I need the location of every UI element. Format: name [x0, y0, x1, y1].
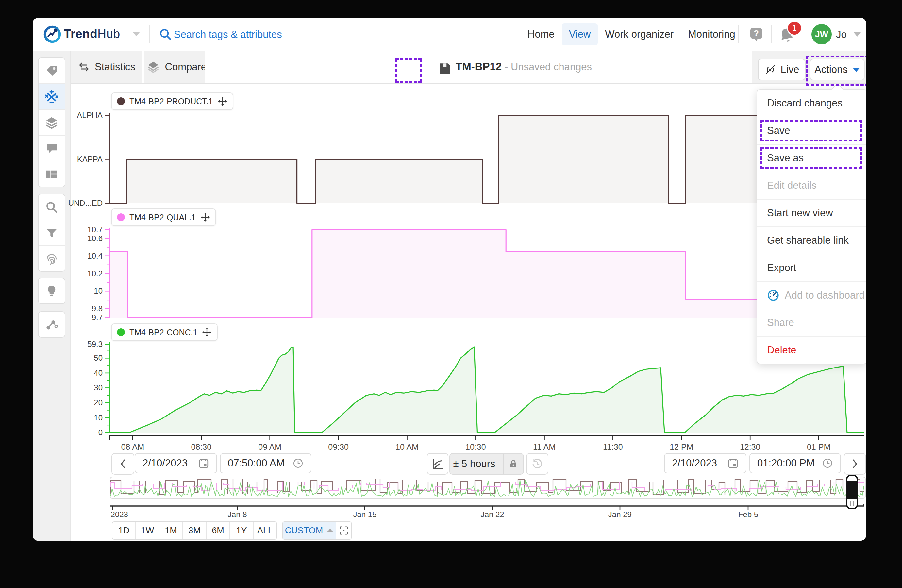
menu-item-discard-changes[interactable]: Discard changes: [757, 90, 866, 117]
svg-text:40: 40: [94, 369, 103, 377]
svg-text:KAPPA: KAPPA: [77, 155, 103, 164]
svg-text:08:30: 08:30: [191, 442, 212, 452]
svg-text:10 AM: 10 AM: [395, 442, 419, 452]
context-minimap[interactable]: [110, 477, 866, 499]
menu-item-label: Add to dashboard: [785, 289, 865, 301]
menu-item-get-shareable-link[interactable]: Get shareable link: [757, 227, 866, 254]
menu-item-start-new-view[interactable]: Start new view: [757, 199, 866, 227]
svg-text:9.7: 9.7: [92, 313, 103, 322]
svg-text:09:30: 09:30: [328, 442, 349, 452]
svg-text:ALPHA: ALPHA: [77, 111, 103, 120]
menu-item-label: Save as: [767, 152, 803, 164]
svg-text:10.6: 10.6: [87, 234, 103, 243]
svg-text:0: 0: [99, 428, 103, 437]
legend-chip-product[interactable]: TM4-BP2-PRODUCT.1: [111, 92, 233, 110]
svg-text:08 AM: 08 AM: [121, 442, 144, 452]
series-color-dot: [117, 213, 125, 221]
svg-text:50: 50: [94, 353, 103, 362]
move-icon[interactable]: [202, 327, 212, 337]
svg-text:10:30: 10:30: [465, 442, 486, 452]
menu-item-delete[interactable]: Delete: [757, 336, 866, 364]
series-name: TM4-BP2-CONC.1: [129, 328, 197, 337]
menu-item-label: Start new view: [767, 207, 833, 219]
menu-item-share[interactable]: Share: [757, 309, 866, 336]
menu-item-label: Delete: [767, 344, 796, 356]
menu-item-add-to-dashboard[interactable]: Add to dashboard: [757, 281, 866, 309]
svg-text:10: 10: [94, 286, 103, 295]
svg-text:01 PM: 01 PM: [807, 442, 830, 452]
svg-text:12 PM: 12 PM: [670, 442, 693, 452]
menu-item-label: Edit details: [767, 180, 817, 191]
svg-text:9.8: 9.8: [92, 304, 103, 313]
svg-text:12:30: 12:30: [740, 442, 761, 452]
series-color-dot: [117, 97, 125, 105]
svg-text:10.4: 10.4: [87, 252, 103, 260]
gauge-icon: [767, 289, 780, 302]
menu-item-save[interactable]: Save: [757, 117, 866, 144]
svg-text:10: 10: [94, 413, 103, 422]
app-window: TrendHub Search tags & attributes HomeVi…: [33, 18, 866, 541]
legend-chip-qual[interactable]: TM4-BP2-QUAL.1: [111, 208, 216, 226]
menu-item-label: Discard changes: [767, 97, 842, 109]
menu-item-label: Get shareable link: [767, 235, 849, 246]
svg-text:11:30: 11:30: [603, 442, 623, 452]
menu-item-save-as[interactable]: Save as: [757, 144, 866, 172]
move-icon[interactable]: [218, 96, 227, 106]
svg-text:09 AM: 09 AM: [258, 442, 281, 452]
series-name: TM4-BP2-PRODUCT.1: [129, 97, 213, 106]
svg-text:UND...ED: UND...ED: [68, 199, 103, 208]
menu-item-label: Save: [767, 125, 790, 136]
menu-item-edit-details[interactable]: Edit details: [757, 172, 866, 199]
menu-item-export[interactable]: Export: [757, 254, 866, 281]
series-name: TM4-BP2-QUAL.1: [129, 213, 196, 222]
svg-text:10.7: 10.7: [87, 225, 103, 234]
menu-item-label: Share: [767, 317, 794, 328]
svg-text:20: 20: [94, 398, 103, 407]
svg-text:11 AM: 11 AM: [533, 442, 556, 452]
legend-chip-conc[interactable]: TM4-BP2-CONC.1: [111, 324, 218, 341]
move-icon[interactable]: [200, 212, 210, 222]
actions-dropdown-menu: Discard changesSaveSave asEdit detailsSt…: [756, 89, 866, 364]
svg-text:30: 30: [94, 383, 103, 392]
menu-item-label: Export: [767, 262, 796, 274]
context-range-handle[interactable]: [846, 475, 858, 509]
svg-text:59.3: 59.3: [87, 340, 103, 349]
series-color-dot: [117, 328, 125, 336]
svg-text:10.2: 10.2: [87, 269, 103, 278]
